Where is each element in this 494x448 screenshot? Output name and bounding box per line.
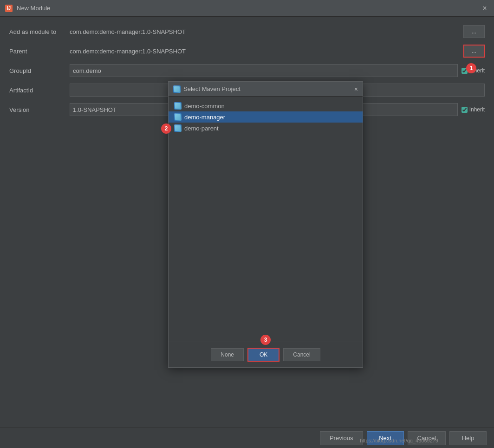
group-id-label: GroupId bbox=[9, 67, 70, 74]
none-button[interactable]: None bbox=[211, 348, 244, 361]
version-label: Version bbox=[9, 106, 70, 113]
group-id-input[interactable] bbox=[70, 64, 458, 77]
modal-title: Select Maven Project bbox=[183, 85, 354, 92]
parent-label: Parent bbox=[9, 48, 70, 55]
maven-icon-demo-manager bbox=[174, 113, 182, 121]
maven-icon-demo-parent bbox=[174, 124, 182, 132]
window-close-button[interactable]: × bbox=[480, 4, 489, 13]
app-icon: IJ bbox=[5, 4, 13, 13]
tree-item-demo-parent-label: demo-parent bbox=[184, 125, 219, 132]
modal-body: demo-common demo-manager demo-parent bbox=[169, 97, 363, 342]
badge-2: 2 bbox=[161, 123, 171, 134]
cancel-button[interactable]: Cancel bbox=[283, 348, 320, 361]
modal-close-button[interactable]: × bbox=[354, 85, 358, 93]
select-maven-project-dialog: Select Maven Project × 2 demo-common dem… bbox=[168, 81, 363, 368]
previous-button[interactable]: Previous bbox=[320, 431, 363, 445]
version-inherit-checkbox[interactable] bbox=[462, 107, 468, 113]
tree-item-demo-parent[interactable]: demo-parent bbox=[169, 123, 363, 134]
tree-item-demo-manager[interactable]: demo-manager bbox=[169, 111, 363, 123]
version-inherit[interactable]: Inherit bbox=[462, 106, 485, 113]
parent-button[interactable]: ... bbox=[463, 45, 485, 58]
add-as-module-label: Add as module to bbox=[9, 28, 70, 35]
window-title: New Module bbox=[17, 5, 50, 12]
modal-title-bar: Select Maven Project × bbox=[169, 82, 363, 97]
modal-icon bbox=[173, 85, 181, 93]
artifact-id-label: ArtifactId bbox=[9, 87, 70, 94]
add-as-module-row: Add as module to com.demo:demo-manager:1… bbox=[9, 24, 485, 39]
tree-item-demo-manager-label: demo-manager bbox=[184, 114, 225, 121]
group-id-row: GroupId Inherit bbox=[9, 63, 485, 78]
ok-button[interactable]: OK bbox=[247, 348, 280, 362]
parent-value: com.demo:demo-manager:1.0-SNAPSHOT bbox=[70, 48, 460, 55]
parent-row: Parent com.demo:demo-manager:1.0-SNAPSHO… bbox=[9, 44, 485, 58]
tree-item-demo-common[interactable]: demo-common bbox=[169, 100, 363, 111]
badge-3: 3 bbox=[260, 335, 271, 345]
modal-empty-space bbox=[169, 134, 363, 338]
maven-icon-demo-common bbox=[174, 102, 182, 110]
watermark: https://blog.csdn.net/qq_45069279 bbox=[360, 438, 438, 443]
help-button[interactable]: Help bbox=[449, 431, 487, 445]
add-as-module-button[interactable]: ... bbox=[463, 25, 485, 38]
modal-footer: 3 None OK Cancel bbox=[169, 342, 363, 367]
title-bar: IJ New Module × bbox=[0, 0, 494, 17]
badge-1: 1 bbox=[466, 63, 476, 73]
tree-item-demo-common-label: demo-common bbox=[184, 103, 225, 110]
add-as-module-value: com.demo:demo-manager:1.0-SNAPSHOT bbox=[70, 28, 460, 35]
